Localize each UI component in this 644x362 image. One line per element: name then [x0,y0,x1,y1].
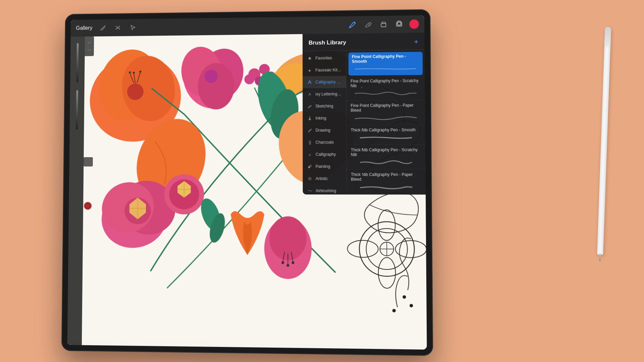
category-lettering-label: ixy Lettering Brushe... [315,92,342,96]
brush-item-tn-paper[interactable]: Thick Nib Calligraphy Pen - Paper Bleed [347,170,426,194]
brush-item-tn-paper-name: Thick Nib Calligraphy Pen - Paper Bleed [351,172,421,182]
brush-stroke-preview-tn-scratchy [351,158,421,167]
selection-icon[interactable] [128,23,137,32]
sketching-icon [307,103,313,109]
brush-stroke-preview-tn-smooth [351,134,421,142]
category-inking-label: Inking [316,116,326,121]
brush-item-fp-paper-name: Fine Point Calligraphy Pen - Paper Bleed [351,103,421,113]
category-artistic[interactable]: Artistic [303,173,347,185]
svg-point-70 [309,190,309,191]
inking-icon [307,115,313,121]
category-inking[interactable]: Inking [303,112,346,124]
layers-tool-icon[interactable] [394,19,405,29]
brush-item-tn-scratchy[interactable]: Thick Nib Calligraphy Pen - Scratchy Nib [347,145,426,170]
category-calligraphy[interactable]: a Calligraphy [303,148,346,160]
painting-icon [307,164,313,170]
transform-button[interactable] [84,157,93,167]
svg-point-48 [291,261,294,264]
undo-button[interactable]: ↩ [88,40,92,46]
category-drawing[interactable]: Drawing [303,124,346,136]
svg-point-46 [281,261,284,264]
brush-stroke-preview-fp-smooth [352,65,419,73]
brush-library-title: Brush Library [309,39,346,46]
svg-point-69 [309,178,310,179]
category-sketching[interactable]: Sketching [303,100,346,112]
redo-button[interactable]: ↪ [87,47,91,53]
lettering-icon: A [307,91,313,97]
opacity-slider[interactable] [76,43,79,82]
category-faussaic-label: Fauxsaic Kit | MST [315,68,342,73]
category-painting-label: Painting [316,164,330,169]
size-slider[interactable] [76,90,78,130]
brush-item-tn-scratchy-name: Thick Nib Calligraphy Pen - Scratchy Nib [351,147,421,157]
brush-library-header: Brush Library + [303,33,425,51]
svg-point-72 [311,191,311,191]
modify-icon[interactable] [98,23,107,33]
brush-stroke-preview-fp-scratchy [351,89,421,98]
brush-item-fp-paper[interactable]: Fine Point Calligraphy Pen - Paper Bleed [346,100,425,125]
svg-point-71 [310,190,310,191]
brush-add-button[interactable]: + [414,38,418,46]
brush-library-panel: Brush Library + ★ Favorites ◈ Fauxsaic K… [303,33,426,195]
brush-item-fp-smooth-name: Fine Point Calligraphy Pen - Smooth [352,54,419,64]
category-charcoals-label: Charcoals [316,140,334,144]
category-calligraphy-nibs[interactable]: Calligraphy Nibs | MST [303,76,346,88]
svg-point-67 [308,166,310,168]
ipad-screen: Gallery [67,15,427,350]
calligraphy-icon: a [307,152,313,158]
svg-point-47 [286,264,289,267]
drawing-icon [307,127,313,133]
brush-list: Fine Point Calligraphy Pen - Smooth Fine… [346,50,426,194]
category-sketching-label: Sketching [315,104,333,108]
brush-stroke-preview-fp-paper [351,114,421,122]
erase-tool-icon[interactable] [378,19,389,30]
color-indicator[interactable] [84,202,92,210]
apple-pencil [597,27,611,255]
smudge-tool-icon[interactable] [363,19,373,30]
color-swatch[interactable] [409,19,419,29]
artistic-icon [307,176,313,182]
category-airbrushing[interactable]: Airbrushing [303,185,347,194]
calligraphy-nibs-icon [307,79,313,85]
category-faussaic[interactable]: ◈ Fauxsaic Kit | MST [303,64,346,76]
brush-stroke-preview-tn-paper [351,183,421,191]
brush-item-fp-smooth[interactable]: Fine Point Calligraphy Pen - Smooth [348,52,423,76]
gallery-button[interactable]: Gallery [76,25,92,31]
favorites-icon: ★ [307,55,313,61]
scene: Gallery [0,0,644,362]
brush-tool-icon[interactable] [347,19,358,30]
brush-item-fp-scratchy-name: Fine Point Calligraphy Pen - Scratchy Ni… [351,78,421,88]
brush-categories: ★ Favorites ◈ Fauxsaic Kit | MST [303,51,347,195]
brush-item-tn-smooth-name: Thick Nib Calligraphy Pen - Smooth [351,127,421,132]
category-painting[interactable]: Painting [303,161,346,173]
category-charcoals[interactable]: ||| Charcoals [303,136,346,148]
brush-item-fp-scratchy[interactable]: Fine Point Calligraphy Pen - Scratchy Ni… [346,76,425,101]
category-artistic-label: Artistic [316,176,328,181]
ipad-device: Gallery [61,9,433,356]
airbrushing-icon [307,188,313,194]
toolbar-right [347,19,419,30]
category-airbrushing-label: Airbrushing [316,188,336,193]
category-lettering[interactable]: A ixy Lettering Brushe... [303,88,346,100]
category-calligraphy-nibs-label: Calligraphy Nibs | MST [315,79,342,84]
category-favorites[interactable]: ★ Favorites [303,52,346,64]
svg-point-19 [245,74,255,84]
brush-library-body: ★ Favorites ◈ Fauxsaic Kit | MST [303,50,426,194]
toolbar-left: Gallery [76,23,137,33]
category-drawing-label: Drawing [316,128,330,132]
charcoals-icon: ||| [307,139,313,145]
category-favorites-label: Favorites [315,56,332,60]
faussaic-icon: ◈ [307,67,313,73]
svg-rect-62 [381,23,386,27]
adjust-icon[interactable] [113,23,122,33]
brush-item-tn-smooth[interactable]: Thick Nib Calligraphy Pen - Smooth [346,125,425,145]
category-calligraphy-label: Calligraphy [316,152,336,157]
svg-point-66 [309,118,311,120]
